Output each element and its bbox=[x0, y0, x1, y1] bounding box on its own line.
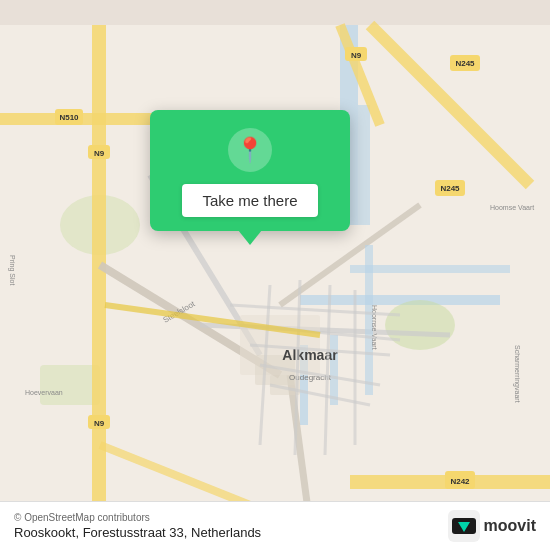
svg-text:Hoevervaan: Hoevervaan bbox=[25, 389, 63, 396]
svg-text:Hoomse Vaart: Hoomse Vaart bbox=[490, 204, 534, 211]
svg-text:N9: N9 bbox=[94, 149, 105, 158]
popup-card: 📍 Take me there bbox=[150, 110, 350, 231]
svg-text:N242: N242 bbox=[450, 477, 470, 486]
svg-text:Scharmerringvaart: Scharmerringvaart bbox=[513, 345, 521, 403]
moovit-logo-text: moovit bbox=[484, 517, 536, 535]
moovit-logo: moovit bbox=[448, 510, 536, 542]
footer-bar: © OpenStreetMap contributors Rooskookt, … bbox=[0, 501, 550, 550]
svg-rect-2 bbox=[358, 105, 370, 225]
svg-text:N245: N245 bbox=[440, 184, 460, 193]
svg-text:N510: N510 bbox=[59, 113, 79, 122]
svg-point-7 bbox=[385, 300, 455, 350]
map-background: N9 N9 N510 N9 N245 N245 N242 bbox=[0, 0, 550, 550]
svg-text:N9: N9 bbox=[351, 51, 362, 60]
svg-text:N9: N9 bbox=[94, 419, 105, 428]
copyright-text: © OpenStreetMap contributors bbox=[14, 512, 261, 523]
svg-rect-4 bbox=[350, 265, 510, 273]
moovit-icon bbox=[448, 510, 480, 542]
svg-text:Hoornse Vaart: Hoornse Vaart bbox=[371, 305, 378, 350]
svg-text:Pring Slot: Pring Slot bbox=[8, 255, 16, 285]
address-text: Rooskookt, Forestusstraat 33, Netherland… bbox=[14, 525, 261, 540]
svg-rect-0 bbox=[0, 25, 550, 525]
footer-left: © OpenStreetMap contributors Rooskookt, … bbox=[14, 512, 261, 540]
location-icon-container: 📍 bbox=[228, 128, 272, 172]
map-container: N9 N9 N510 N9 N245 N245 N242 bbox=[0, 0, 550, 550]
svg-rect-6 bbox=[330, 335, 338, 405]
svg-rect-9 bbox=[40, 365, 100, 405]
location-pin-icon: 📍 bbox=[235, 136, 265, 164]
take-me-there-button[interactable]: Take me there bbox=[182, 184, 317, 217]
svg-text:N245: N245 bbox=[455, 59, 475, 68]
